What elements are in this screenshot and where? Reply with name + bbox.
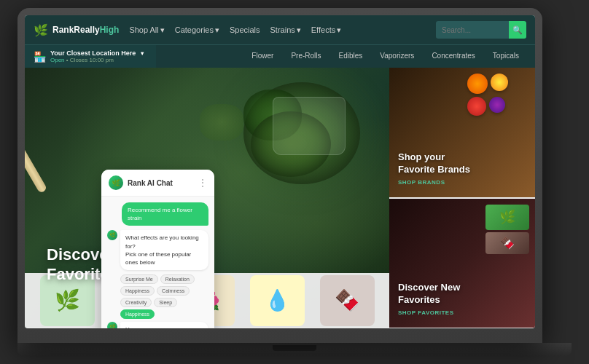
laptop-camera-notch <box>273 345 316 351</box>
bot-response-recs: 🌿 Here are some recommendations: <box>107 322 208 328</box>
brands-food-visual <box>467 74 529 116</box>
ai-chat-title: Rank AI Chat <box>128 179 194 187</box>
food-orange <box>467 74 488 94</box>
tab-vaporizers[interactable]: Vaporizers <box>371 45 423 68</box>
nav-strains[interactable]: Strains ▾ <box>270 25 301 35</box>
effect-chips: Surprise Me Relaxation Happiness Calmnes… <box>120 274 208 319</box>
bot-text-effects: What effects are you looking for?Pick on… <box>120 230 208 270</box>
logo[interactable]: 🌿 RankReallyHigh <box>34 23 119 37</box>
favorites-panel-title: Discover NewFavorites <box>398 282 460 306</box>
category-tabs: Flower Pre-Rolls Edibles Vaporizers Conc… <box>156 45 535 68</box>
laptop-body: 🌿 RankReallyHigh Shop All ▾ Categories ▾… <box>17 8 572 356</box>
chip-creativity[interactable]: Creativity <box>120 298 152 307</box>
product-preview-concentrate[interactable]: 💧 <box>250 275 305 326</box>
food-red <box>467 97 486 116</box>
chevron-down-icon: ▾ <box>160 25 165 35</box>
logo-icon: 🌿 <box>34 23 48 37</box>
chevron-down-icon: ▾ <box>297 25 301 35</box>
tab-pre-rolls[interactable]: Pre-Rolls <box>282 45 329 68</box>
search-area: 🔍 <box>436 21 526 39</box>
location-hours: Open • Closes 10:00 pm <box>50 57 144 63</box>
shop-brands-panel[interactable]: Shop yourFavorite Brands SHOP BRANDS <box>389 68 535 197</box>
store-icon: 🏪 <box>34 51 46 63</box>
tab-edibles[interactable]: Edibles <box>330 45 372 68</box>
chevron-down-icon: ▾ <box>215 25 219 35</box>
screen: 🌿 RankReallyHigh Shop All ▾ Categories ▾… <box>25 15 535 328</box>
chevron-down-icon: ▾ <box>141 50 144 57</box>
bot-response-effects: 🌿 What effects are you looking for?Pick … <box>107 230 208 270</box>
nav-effects[interactable]: Effects ▾ <box>311 25 341 35</box>
logo-rank: RankReallyHigh <box>52 25 119 35</box>
right-panels: Shop yourFavorite Brands SHOP BRANDS 🌿 🍫… <box>389 68 535 328</box>
brands-panel-content: Shop yourFavorite Brands SHOP BRANDS <box>398 151 470 186</box>
chevron-down-icon: ▾ <box>337 25 341 35</box>
user-message: Recommend me a flower strain <box>122 202 208 226</box>
brands-panel-title: Shop yourFavorite Brands <box>398 151 470 176</box>
favorites-visual-2: 🍫 <box>485 232 529 254</box>
food-purple <box>489 97 505 113</box>
main-content: Discover YourFavorite Strains 🌿 🍬 🌺 💧 🍫 <box>25 68 535 328</box>
ai-chat-widget: 🌿 Rank AI Chat ⋮ Recommend me a flower s… <box>101 170 214 328</box>
bot-text-recs: Here are some recommendations: <box>120 322 208 328</box>
food-yellow <box>491 74 508 91</box>
location-selector[interactable]: 🏪 Your Closest Location Here ▾ Open • Cl… <box>25 45 156 68</box>
laptop-base <box>17 343 572 356</box>
bot-avatar-2: 🌿 <box>107 322 117 328</box>
chip-sleep[interactable]: Sleep <box>154 298 177 307</box>
chip-surprise[interactable]: Surprise Me <box>120 274 158 284</box>
product-preview-topical[interactable]: 🍫 <box>320 275 375 326</box>
chip-happiness-selected[interactable]: Happiness <box>120 309 155 319</box>
ai-chat-options[interactable]: ⋮ <box>198 178 207 188</box>
favorites-panel-link[interactable]: SHOP FAVORITES <box>398 309 460 316</box>
ai-chat-body: Recommend me a flower strain 🌿 What effe… <box>101 197 214 328</box>
tab-concentrates[interactable]: Concentrates <box>423 45 483 68</box>
tab-flower[interactable]: Flower <box>243 45 282 68</box>
favorites-visual-1: 🌿 <box>485 205 529 230</box>
laptop-screen-bezel: 🌿 RankReallyHigh Shop All ▾ Categories ▾… <box>17 8 542 343</box>
ai-avatar: 🌿 <box>109 175 123 190</box>
navbar: 🌿 RankReallyHigh Shop All ▾ Categories ▾… <box>25 15 535 44</box>
discover-favorites-panel[interactable]: 🌿 🍫 Discover NewFavorites SHOP FAVORITES <box>389 199 535 328</box>
search-button[interactable]: 🔍 <box>509 21 526 39</box>
location-bar: 🏪 Your Closest Location Here ▾ Open • Cl… <box>25 44 535 68</box>
jar-image <box>273 97 346 155</box>
chip-happiness[interactable]: Happiness <box>120 286 155 296</box>
favorites-food-visual: 🌿 🍫 <box>485 205 529 254</box>
chip-relaxation[interactable]: Relaxation <box>160 274 195 284</box>
chip-calmness[interactable]: Calmness <box>157 286 190 296</box>
cannabis-bud-4 <box>200 104 243 141</box>
ai-chat-header: 🌿 Rank AI Chat ⋮ <box>101 170 214 197</box>
tab-topicals[interactable]: Topicals <box>484 45 528 68</box>
nav-categories[interactable]: Categories ▾ <box>175 25 219 35</box>
location-name: Your Closest Location Here ▾ <box>50 50 144 57</box>
nav-specials[interactable]: Specials <box>230 25 260 34</box>
search-input[interactable] <box>436 21 509 39</box>
favorites-panel-content: Discover NewFavorites SHOP FAVORITES <box>398 282 460 316</box>
bot-avatar: 🌿 <box>107 230 117 240</box>
nav-shop-all[interactable]: Shop All ▾ <box>129 25 164 35</box>
location-text: Your Closest Location Here ▾ Open • Clos… <box>50 50 144 63</box>
brands-panel-link[interactable]: SHOP BRANDS <box>398 179 470 186</box>
